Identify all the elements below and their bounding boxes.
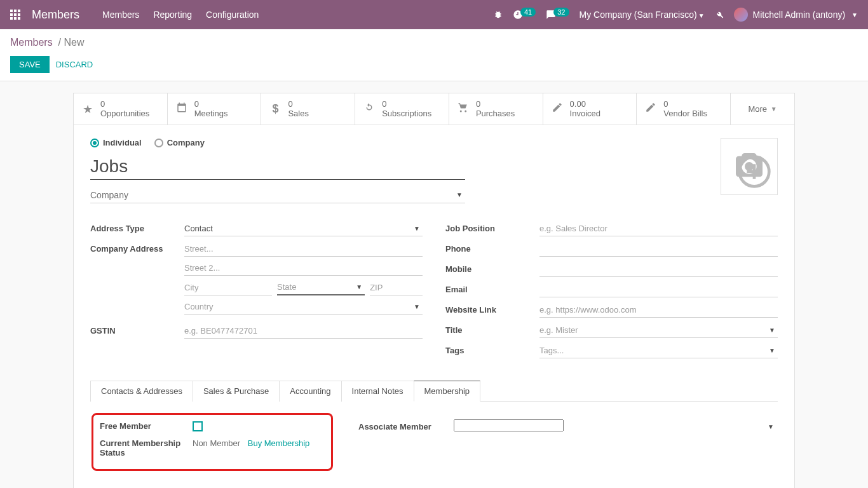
state-select[interactable] (277, 280, 365, 295)
activities-count: 41 (520, 8, 536, 17)
current-status-value: Non Member (193, 438, 240, 448)
image-upload[interactable] (721, 138, 778, 195)
gstin-label: GSTIN (90, 323, 184, 336)
street2-input[interactable] (184, 261, 423, 276)
email-input[interactable] (539, 282, 778, 297)
topnav: Members Members Reporting Configuration … (0, 0, 868, 29)
chevron-down-icon[interactable]: ▼ (414, 303, 420, 310)
dollar-icon: $ (269, 102, 281, 116)
radio-company[interactable]: Company (154, 138, 205, 147)
stat-sales[interactable]: $ 0Sales (261, 93, 355, 125)
address-type-label: Address Type (90, 221, 184, 233)
title-select[interactable] (539, 323, 778, 338)
stat-invoiced[interactable]: 0.00Invoiced (543, 93, 637, 125)
company-select[interactable] (90, 187, 465, 203)
messages-count: 32 (553, 8, 569, 17)
membership-highlight-box: Free Member Current Membership Status No… (92, 413, 333, 471)
radio-individual[interactable]: Individual (90, 138, 142, 147)
title-label: Title (445, 323, 539, 335)
country-select[interactable] (184, 299, 423, 315)
stat-opportunities[interactable]: ★ 0Opportunities (74, 93, 168, 125)
radio-unchecked-icon (154, 139, 163, 147)
city-input[interactable] (184, 280, 272, 295)
tab-pane-membership: Free Member Current Membership Status No… (90, 402, 778, 488)
name-input[interactable] (90, 154, 465, 180)
company-address-label: Company Address (90, 241, 184, 254)
gstin-input[interactable] (184, 323, 423, 339)
stat-subscriptions[interactable]: 0Subscriptions (355, 93, 449, 125)
email-label: Email (445, 282, 539, 294)
stat-more[interactable]: More ▼ (731, 93, 794, 125)
current-status-label: Current Membership Status (100, 438, 193, 458)
tab-contacts[interactable]: Contacts & Addresses (90, 381, 193, 402)
user-menu[interactable]: Mitchell Admin (antony)▼ (734, 8, 858, 22)
nav-links: Members Reporting Configuration (102, 10, 494, 20)
associate-member-select[interactable] (454, 419, 564, 431)
tools-icon[interactable] (715, 10, 724, 19)
breadcrumb-root[interactable]: Members (10, 37, 53, 48)
nav-members[interactable]: Members (102, 10, 139, 20)
apps-icon[interactable] (10, 10, 20, 20)
refresh-icon (363, 102, 376, 116)
mobile-input[interactable] (539, 262, 778, 277)
tabs: Contacts & Addresses Sales & Purchase Ac… (90, 380, 778, 402)
control-panel: Members / New SAVE DISCARD (0, 29, 868, 81)
left-column: Address Type ▼ Company Address (90, 221, 423, 363)
save-button[interactable]: SAVE (10, 56, 50, 73)
form-sheet: ★ 0Opportunities 0Meetings $ 0Sales 0Sub… (73, 93, 795, 488)
chevron-down-icon[interactable]: ▼ (768, 423, 774, 430)
phone-label: Phone (445, 241, 539, 254)
zip-input[interactable] (370, 280, 423, 295)
job-position-input[interactable] (539, 221, 778, 236)
chevron-down-icon[interactable]: ▼ (456, 191, 463, 198)
chevron-down-icon[interactable]: ▼ (769, 347, 775, 354)
messages-icon[interactable]: 32 (546, 10, 569, 20)
topnav-right: 41 32 My Company (San Francisco)▼ Mitche… (494, 8, 858, 22)
cart-icon (457, 102, 470, 116)
tab-internal-notes[interactable]: Internal Notes (341, 381, 414, 402)
tags-input[interactable] (539, 343, 778, 358)
app-brand: Members (32, 8, 79, 22)
website-input[interactable] (539, 302, 778, 318)
breadcrumb: Members / New (10, 37, 858, 48)
activities-icon[interactable]: 41 (513, 10, 536, 20)
tab-sales-purchase[interactable]: Sales & Purchase (193, 381, 280, 402)
radio-checked-icon (90, 139, 99, 147)
tab-accounting[interactable]: Accounting (279, 381, 341, 402)
free-member-checkbox[interactable] (193, 421, 203, 431)
street-input[interactable] (184, 241, 423, 257)
chevron-down-icon[interactable]: ▼ (769, 327, 775, 334)
phone-input[interactable] (539, 241, 778, 257)
breadcrumb-current: New (64, 37, 84, 48)
buy-membership-button[interactable]: Buy Membership (248, 438, 310, 448)
discard-button[interactable]: DISCARD (56, 60, 93, 69)
tab-membership[interactable]: Membership (414, 381, 481, 402)
right-column: Job Position Phone Mobile Email Website … (445, 221, 778, 363)
stat-meetings[interactable]: 0Meetings (168, 93, 262, 125)
mobile-label: Mobile (445, 262, 539, 274)
associate-member-label: Associate Member (358, 419, 454, 431)
job-position-label: Job Position (445, 221, 539, 233)
star-icon: ★ (81, 102, 94, 116)
edit-icon (644, 102, 657, 116)
stat-buttons: ★ 0Opportunities 0Meetings $ 0Sales 0Sub… (74, 93, 794, 125)
tags-label: Tags (445, 343, 539, 355)
company-type-radiogroup: Individual Company (90, 138, 708, 147)
stat-purchases[interactable]: 0Purchases (449, 93, 543, 125)
bug-icon[interactable] (494, 10, 503, 19)
chevron-down-icon[interactable]: ▼ (356, 283, 362, 290)
calendar-icon (175, 102, 188, 116)
membership-table-header: Join Date Membership Membersh... Invoice… (92, 482, 776, 488)
stat-vendor-bills[interactable]: 0Vendor Bills (637, 93, 731, 125)
free-member-label: Free Member (100, 421, 193, 431)
avatar (734, 8, 748, 22)
company-switcher[interactable]: My Company (San Francisco)▼ (580, 10, 705, 20)
address-type-select[interactable] (184, 221, 423, 236)
edit-icon (551, 102, 564, 116)
website-label: Website Link (445, 302, 539, 315)
chevron-down-icon[interactable]: ▼ (414, 225, 420, 232)
nav-reporting[interactable]: Reporting (153, 10, 192, 20)
nav-configuration[interactable]: Configuration (206, 10, 259, 20)
add-circle-icon (736, 154, 772, 189)
